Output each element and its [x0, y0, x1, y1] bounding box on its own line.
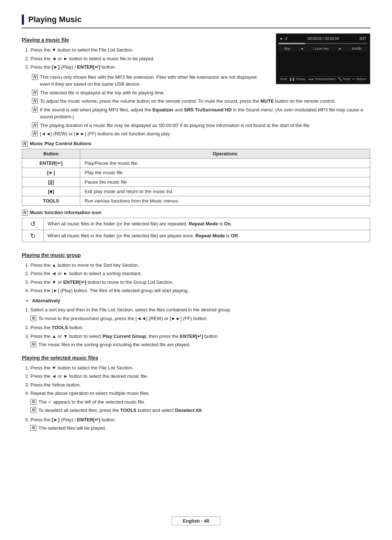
note-icon-1: N	[32, 74, 38, 80]
selected-note-4b: N To deselect all selected files, press …	[30, 407, 370, 414]
selected-note-icon-4b: N	[30, 407, 36, 413]
player-top-bar: ► ↺ 00:00:04 / 00:04:04 3/37	[278, 36, 368, 41]
selected-note-5-wrap: N The selected files will be played.	[30, 425, 370, 432]
group-step-1: Press the ▲ button to move to the Sort k…	[30, 262, 370, 269]
group-step-2: Press the ◄ or ► button to select a sort…	[30, 270, 370, 277]
player-track-num: 3/37	[359, 37, 366, 41]
alt-note-1: N To move to the previous/next group, pr…	[30, 315, 370, 322]
table-row: ENTER[↵] Play/Pause the music file.	[22, 158, 370, 168]
icon-repeat-on-desc: When all music files in the folder (or t…	[44, 218, 370, 230]
selected-note-text-4b: To deselect all selected files, press th…	[38, 407, 370, 414]
op-pause: Pause the music file	[80, 177, 370, 187]
btn-play: [►]	[22, 168, 80, 177]
btn-stop: [■]	[22, 187, 80, 196]
note-1: N This menu only shows files with the MP…	[32, 74, 269, 88]
note-text-6: [◄◄] (REW) or [►►] (FF) buttons do not f…	[40, 130, 370, 138]
alt-step-3: Press the ▲ or ▼ button to select Play C…	[30, 333, 370, 348]
player-progress-bar	[278, 43, 368, 44]
note-text-4: If the sound is odd when playing MP3 fil…	[40, 106, 370, 120]
music-function-icon-table: ↺ When all music files in the folder (or…	[22, 218, 370, 242]
table-row: TOOLS Run various functions from the Mus…	[22, 196, 370, 205]
selected-step-3: Press the Yellow button.	[30, 381, 370, 389]
player-play-icon: ► ↺	[280, 37, 287, 41]
footer-label: English - 40	[172, 516, 221, 525]
player-track-1: Boy	[285, 47, 290, 50]
group-step-3: Press the ▼ or ENTER[↵] button to move t…	[30, 279, 370, 286]
section-playing-selected-files: Playing the selected music files Press t…	[22, 355, 370, 432]
note-text-1: This menu only shows files with the MP3 …	[40, 74, 269, 88]
player-bottom-bar: SUM ❚❚ Pause ◄► Previous/Next 🔧 Tools ↩ …	[278, 76, 368, 82]
control-buttons-label: N Music Play Control Buttons	[22, 140, 370, 147]
ctrl-note-icon: N	[22, 141, 28, 147]
col-operations: Operations	[80, 149, 370, 158]
op-play: Play the music file	[80, 168, 370, 177]
note-icon-4: N	[32, 107, 38, 112]
selected-note-4a: N The ✓ appears to the left of the selec…	[30, 398, 370, 406]
player-prev-icon: ◄	[300, 47, 303, 50]
note-6: N [◄◄] (REW) or [►►] (FF) buttons do not…	[32, 130, 370, 138]
page-title-bar: Playing Music	[22, 15, 370, 28]
control-buttons-table: Button Operations ENTER[↵] Play/Pause th…	[22, 149, 370, 206]
section-playing-music-file: ► ↺ 00:00:04 / 00:04:04 3/37 Boy ◄ I Lov…	[22, 37, 370, 246]
selected-note-4-wrap: N The ✓ appears to the left of the selec…	[30, 398, 370, 414]
playing-group-alt-steps: Select a sort key and then in the File L…	[30, 306, 370, 348]
section-title-selected: Playing the selected music files	[22, 355, 370, 361]
col-button: Button	[22, 149, 80, 158]
player-track-2: I Love You	[313, 47, 328, 50]
alternatively-label: Alternatively	[32, 297, 370, 304]
note-icon-5: N	[32, 122, 38, 128]
op-tools: Run various functions from the Music men…	[80, 196, 370, 205]
note-3: N To adjust the music volume, press the …	[32, 98, 370, 105]
alternatively-list: Alternatively	[32, 297, 370, 304]
selected-step-2: Press the ◄ or ► button to select the de…	[30, 373, 370, 380]
alt-note-icon-1: N	[30, 315, 36, 321]
table-row: [||] Pause the music file	[22, 177, 370, 187]
alt-note-icon-2: N	[30, 341, 36, 347]
selected-note-icon-5: N	[30, 425, 36, 431]
icon-repeat-off-desc: When all music files in the folder (or t…	[44, 230, 370, 242]
playing-group-steps: Press the ▲ button to move to the Sort k…	[30, 262, 370, 294]
note-5: N The playing duration of a music file m…	[32, 122, 370, 129]
fn-note-icon: N	[22, 210, 28, 216]
playing-selected-steps: Press the ▼ button to select the File Li…	[30, 364, 370, 432]
player-track-info: Boy ◄ I Love You ► Enfülls	[278, 46, 368, 52]
section-title-group: Playing the music group	[22, 252, 370, 258]
alt-note-2-wrap: N The music files in the sorting group i…	[30, 341, 370, 348]
player-progress-fill	[278, 43, 305, 44]
alt-note-1-wrap: N To move to the previous/next group, pr…	[30, 315, 370, 322]
btn-pause: [||]	[22, 177, 80, 187]
player-return: ↩ Return	[352, 77, 366, 81]
icon-repeat-on: ↺	[22, 218, 44, 230]
player-sum: SUM	[280, 77, 287, 81]
player-prev-next: ◄► Previous/Next	[308, 77, 335, 81]
player-time: 00:00:04 / 00:04:04	[308, 37, 339, 41]
player-track-3: Enfülls	[352, 47, 362, 50]
op-stop: Exit play mode and return to the music l…	[80, 187, 370, 196]
selected-step-4: Repeat the above operation to select mul…	[30, 390, 370, 414]
table-row: [►] Play the music file	[22, 168, 370, 177]
alt-note-2: N The music files in the sorting group i…	[30, 341, 370, 348]
player-pause: ❚❚ Pause	[289, 77, 305, 81]
selected-note-text-5: The selected files will be played.	[38, 425, 370, 432]
title-accent	[22, 15, 24, 25]
table-row: ↻ When all music files in the folder (or…	[22, 230, 370, 242]
player-tools: 🔧 Tools	[338, 77, 350, 81]
table-row: [■] Exit play mode and return to the mus…	[22, 187, 370, 196]
btn-tools: TOOLS	[22, 196, 80, 205]
op-enter: Play/Pause the music file.	[80, 158, 370, 168]
icon-repeat-off: ↻	[22, 230, 44, 242]
note-text-2: The selected file is displayed at the to…	[40, 89, 370, 97]
selected-step-1: Press the ▼ button to select the File Li…	[30, 364, 370, 372]
btn-enter: ENTER[↵]	[22, 158, 80, 168]
selected-step-5: Press the [►] (Play) / ENTER[↵] button. …	[30, 416, 370, 432]
selected-note-text-4a: The ✓ appears to the left of the selecte…	[38, 398, 370, 406]
section-playing-music-group: Playing the music group Press the ▲ butt…	[22, 252, 370, 348]
note-icon-3: N	[32, 98, 38, 104]
note-text-5: The playing duration of a music file may…	[40, 122, 370, 129]
alt-note-text-1: To move to the previous/next group, pres…	[38, 315, 370, 322]
selected-note-5: N The selected files will be played.	[30, 425, 370, 432]
selected-note-icon-4a: N	[30, 399, 36, 405]
music-function-icon-label: N Music function information icon	[22, 209, 370, 216]
player-next-icon: ►	[339, 47, 342, 50]
note-icon-6: N	[32, 131, 38, 136]
